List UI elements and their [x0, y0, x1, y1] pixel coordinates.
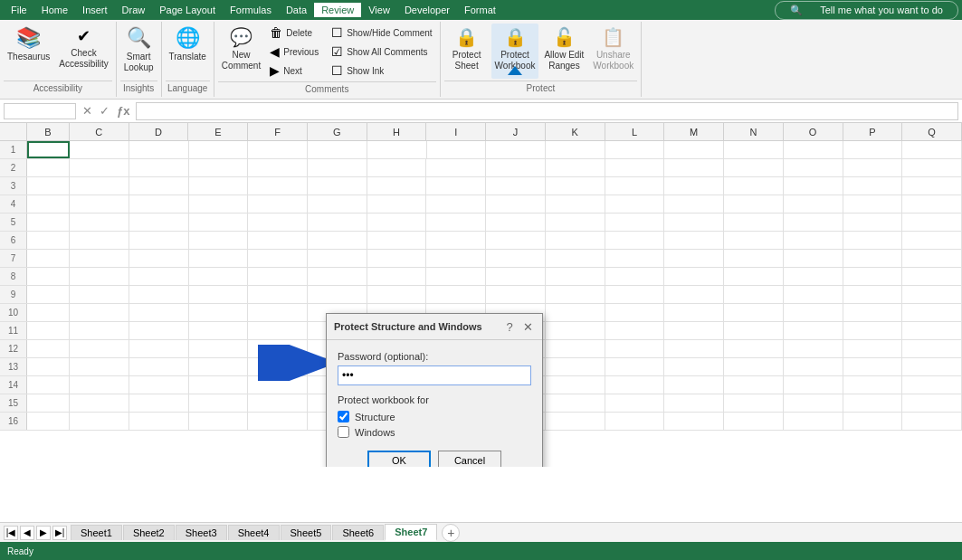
allow-edit-ranges-button[interactable]: 🔓 Allow EditRanges	[540, 24, 587, 79]
cell-r12c9[interactable]	[546, 340, 605, 357]
cell-r3c2[interactable]	[129, 177, 189, 195]
cell-r2c7[interactable]	[426, 159, 486, 176]
cell-r4c8[interactable]	[486, 195, 546, 213]
menu-developer[interactable]: Developer	[397, 3, 457, 17]
cell-r2c5[interactable]	[308, 159, 367, 176]
cell-r14c3[interactable]	[189, 376, 249, 394]
cell-r3c10[interactable]	[605, 177, 665, 195]
cell-r10c11[interactable]	[664, 304, 724, 321]
cell-r5c10[interactable]	[605, 214, 665, 231]
cell-r6c12[interactable]	[724, 232, 784, 249]
cell-r8c11[interactable]	[664, 268, 724, 285]
cell-r13c1[interactable]	[70, 358, 129, 375]
menu-draw[interactable]: Draw	[115, 3, 153, 17]
cell-r12c12[interactable]	[724, 340, 784, 357]
cell-r3c6[interactable]	[367, 177, 427, 195]
cell-r16c4[interactable]	[248, 413, 308, 430]
cell-r8c9[interactable]	[546, 268, 605, 285]
col-header-n[interactable]: N	[724, 123, 784, 140]
cell-r1c3[interactable]	[189, 141, 249, 158]
cell-r12c1[interactable]	[70, 340, 129, 357]
new-comment-button[interactable]: 💬 NewComment	[218, 24, 264, 80]
cell-r3c5[interactable]	[308, 177, 367, 195]
cell-r1c11[interactable]	[664, 141, 724, 158]
cell-r2c12[interactable]	[724, 159, 784, 176]
cell-r4c9[interactable]	[546, 195, 605, 213]
cell-r9c5[interactable]	[308, 286, 367, 303]
cell-r9c7[interactable]	[426, 286, 486, 303]
cell-r11c9[interactable]	[546, 322, 605, 339]
cell-r3c3[interactable]	[189, 177, 249, 195]
cell-r13c14[interactable]	[843, 358, 903, 375]
cell-r5c8[interactable]	[486, 214, 546, 231]
cell-r6c3[interactable]	[189, 232, 249, 249]
cell-r8c4[interactable]	[248, 268, 308, 285]
sheet-tab-sheet2[interactable]: Sheet2	[123, 525, 175, 540]
cell-r15c13[interactable]	[784, 394, 843, 412]
cell-r6c13[interactable]	[784, 232, 843, 249]
cell-r4c11[interactable]	[664, 195, 724, 213]
cell-r3c11[interactable]	[664, 177, 724, 195]
check-accessibility-button[interactable]: ✔ CheckAccessibility	[55, 24, 111, 72]
tell-me-box[interactable]: 🔍 Tell me what you want to do	[775, 1, 958, 20]
cell-r1c10[interactable]	[605, 141, 665, 158]
menu-review[interactable]: Review	[314, 3, 361, 17]
dialog-cancel-button[interactable]: Cancel	[438, 451, 501, 467]
cell-r8c7[interactable]	[426, 268, 486, 285]
cell-r13c9[interactable]	[546, 358, 605, 375]
cell-r4c15[interactable]	[902, 195, 962, 213]
cell-r4c13[interactable]	[784, 195, 843, 213]
cell-r13c2[interactable]	[129, 358, 189, 375]
cell-r4c6[interactable]	[367, 195, 427, 213]
cell-r4c0[interactable]	[27, 195, 70, 213]
cell-r6c2[interactable]	[129, 232, 189, 249]
cell-r13c10[interactable]	[605, 358, 665, 375]
cell-r11c4[interactable]	[248, 322, 308, 339]
cell-r6c1[interactable]	[70, 232, 129, 249]
cell-r9c4[interactable]	[248, 286, 308, 303]
cell-r15c0[interactable]	[27, 394, 70, 412]
cell-r5c0[interactable]	[27, 214, 70, 231]
delete-button[interactable]: 🗑 Delete	[266, 24, 322, 42]
cell-r2c0[interactable]	[27, 159, 70, 176]
cell-r5c4[interactable]	[248, 214, 308, 231]
cell-r4c4[interactable]	[248, 195, 308, 213]
cell-r9c6[interactable]	[367, 286, 427, 303]
dialog-ok-button[interactable]: OK	[367, 451, 431, 467]
cell-r12c3[interactable]	[189, 340, 249, 357]
col-header-c[interactable]: C	[70, 123, 129, 140]
cell-r11c12[interactable]	[724, 322, 784, 339]
cell-r11c3[interactable]	[189, 322, 249, 339]
cell-r12c0[interactable]	[27, 340, 70, 357]
cell-r16c0[interactable]	[27, 413, 70, 430]
cell-r8c15[interactable]	[902, 268, 962, 285]
cell-r6c10[interactable]	[605, 232, 665, 249]
cell-r3c14[interactable]	[843, 177, 903, 195]
cell-r8c3[interactable]	[189, 268, 249, 285]
cell-r2c15[interactable]	[902, 159, 962, 176]
cell-r7c6[interactable]	[367, 250, 427, 267]
cell-r5c6[interactable]	[367, 214, 427, 231]
cell-r2c6[interactable]	[367, 159, 427, 176]
cell-r2c9[interactable]	[546, 159, 605, 176]
cell-r11c14[interactable]	[843, 322, 903, 339]
cell-r1c8[interactable]	[486, 141, 546, 158]
cell-r14c10[interactable]	[605, 376, 665, 394]
cell-r3c7[interactable]	[426, 177, 486, 195]
cell-r12c15[interactable]	[902, 340, 962, 357]
cell-r7c1[interactable]	[70, 250, 129, 267]
cell-r7c12[interactable]	[724, 250, 784, 267]
cell-r16c10[interactable]	[605, 413, 665, 430]
cell-r8c5[interactable]	[308, 268, 367, 285]
cell-r4c12[interactable]	[724, 195, 784, 213]
cell-r13c11[interactable]	[664, 358, 724, 375]
cell-r8c13[interactable]	[784, 268, 843, 285]
cell-r12c14[interactable]	[843, 340, 903, 357]
cell-r7c0[interactable]	[27, 250, 70, 267]
cell-r7c2[interactable]	[129, 250, 189, 267]
cell-r5c1[interactable]	[70, 214, 129, 231]
cell-r8c10[interactable]	[605, 268, 665, 285]
cell-r16c11[interactable]	[664, 413, 724, 430]
formula-cancel-icon[interactable]: ✕	[80, 104, 95, 118]
menu-format[interactable]: Format	[457, 3, 503, 17]
